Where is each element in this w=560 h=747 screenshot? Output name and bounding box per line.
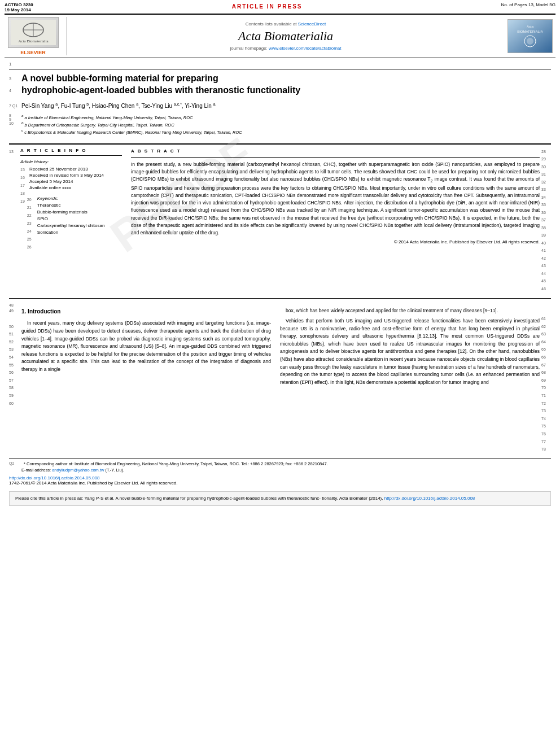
corresponding-author-note: * Corresponding author at: Institute of … bbox=[24, 461, 328, 466]
history-label: Article history: bbox=[20, 159, 122, 164]
doi-link-1[interactable]: http://dx.doi.org/10.1016/j.actbio.2014.… bbox=[9, 475, 551, 480]
keyword-5: Sonication bbox=[37, 229, 105, 236]
revised-date: Received in revised form 3 May 2014 bbox=[29, 172, 122, 178]
line-num-4: 4 bbox=[9, 85, 21, 97]
keyword-4: Carboxymethyl hexanoyl chitosan bbox=[37, 222, 105, 229]
footnote-section: Q2 * Corresponding author at: Institute … bbox=[9, 458, 551, 474]
intro-left-line-numbers: 49 5051525354 555657585960 bbox=[9, 307, 21, 453]
sciencedirect-link: Contents lists available at ScienceDirec… bbox=[71, 21, 500, 27]
email-section: E-mail address: andyliudpm@yahoo.com.tw … bbox=[21, 467, 551, 473]
svg-text:Acta Biomaterialia: Acta Biomaterialia bbox=[18, 39, 49, 43]
authors: Pei-Sin Yang a, Fu-I Tung b, Hsiao-Ping … bbox=[21, 102, 216, 109]
email-link[interactable]: andyliudpm@yahoo.com.tw bbox=[52, 468, 104, 473]
issn-copyright: 1742-7061/© 2014 Acta Materialia Inc. Pu… bbox=[9, 480, 551, 486]
abstract-heading: A B S T R A C T bbox=[131, 148, 540, 155]
citation-bar: Please cite this article in press as: Ya… bbox=[9, 491, 551, 506]
keywords-label: Keywords: bbox=[37, 196, 105, 201]
page-model-info: No. of Pages 13, Model 5G bbox=[501, 2, 555, 7]
cite-text-2: tionality. Acta Biomater (2014), bbox=[322, 496, 384, 501]
abstract-section: A B S T R A C T In the present study, a … bbox=[131, 148, 551, 293]
intro-right-text: box, which has been widely accepted and … bbox=[280, 307, 540, 315]
article-info-abstract: 13 A R T I C L E I N F O Article history… bbox=[9, 148, 551, 293]
line-num-3: 3 bbox=[9, 73, 21, 85]
article-info: 13 A R T I C L E I N F O Article history… bbox=[9, 148, 122, 293]
intro-right-text-2: Vehicles that perform both US imaging an… bbox=[280, 317, 540, 386]
elsevier-logo-box: Acta Biomaterialia ELSEVIER bbox=[5, 17, 67, 55]
doi-links: http://dx.doi.org/10.1016/j.actbio.2014.… bbox=[9, 475, 551, 486]
affiliation-a: a a Institute of Biomedical Engineering,… bbox=[21, 113, 242, 121]
main-content: 1 3 4 A novel bubble-forming material fo… bbox=[0, 58, 560, 509]
abstract-text: In the present study, a new bubble-formi… bbox=[131, 161, 540, 237]
available-date: Available online xxxx bbox=[29, 185, 122, 191]
line-num-q1: 7 Q1 bbox=[9, 102, 21, 110]
journal-homepage: journal homepage: www.elsevier.com/locat… bbox=[71, 46, 500, 51]
cite-text-1: Please cite this article in press as: Ya… bbox=[15, 496, 321, 501]
article-title-section: 3 4 A novel bubble-forming material for … bbox=[9, 73, 551, 100]
keyword-1: Theranostic bbox=[37, 202, 105, 209]
intro-heading: 1. Introduction bbox=[21, 307, 271, 316]
journal-logo-right: Acta BIOMATERIALIA bbox=[505, 19, 555, 53]
svg-point-9 bbox=[527, 38, 533, 45]
affiliations-section: 8910 a a Institute of Biomedical Enginee… bbox=[9, 113, 551, 140]
journal-center: Contents lists available at ScienceDirec… bbox=[71, 21, 500, 51]
svg-text:BIOMATERIALIA: BIOMATERIALIA bbox=[517, 30, 543, 33]
page-number: 1 bbox=[9, 62, 11, 67]
intro-left-text: In recent years, many drug delivery syst… bbox=[21, 320, 271, 373]
affiliation-b: b b Department of Orthopaedic Surgery, T… bbox=[21, 121, 242, 128]
article-id: ACTBIO 3230 19 May 2014 bbox=[5, 2, 33, 12]
keyword-3: SPIO bbox=[37, 216, 105, 222]
intro-body: 1. Introduction In recent years, many dr… bbox=[21, 307, 540, 453]
introduction-section: 49 5051525354 555657585960 1. Introducti… bbox=[9, 307, 551, 453]
keyword-2: Bubble-forming materials bbox=[37, 209, 105, 216]
article-in-press: ARTICLE IN PRESS bbox=[232, 2, 303, 10]
affiliation-c: c c Biophotonics & Molecular Imaging Res… bbox=[21, 128, 242, 136]
received-date: Received 25 November 2013 bbox=[29, 166, 122, 172]
svg-text:Acta: Acta bbox=[526, 25, 533, 28]
journal-logo-image: Acta BIOMATERIALIA bbox=[508, 19, 553, 53]
right-line-numbers: 2829303132 3334353637 3839404142 4344454… bbox=[540, 148, 551, 293]
authors-line: 7 Q1 Pei-Sin Yang a, Fu-I Tung b, Hsiao-… bbox=[9, 102, 551, 111]
intro-right-line-numbers: 6162636465 6667686970 7172737475 767778 bbox=[540, 307, 551, 453]
article-info-heading: A R T I C L E I N F O bbox=[20, 148, 122, 153]
keywords-section: 20212223242526 Keywords: Theranostic Bub… bbox=[20, 196, 122, 251]
cite-doi-link[interactable]: http://dx.doi.org/10.1016/j.actbio.2014.… bbox=[384, 496, 475, 501]
article-title: A novel bubble-forming material for prep… bbox=[21, 73, 300, 97]
journal-title: Acta Biomaterialia bbox=[71, 29, 500, 43]
intro-right-col: box, which has been widely accepted and … bbox=[280, 307, 540, 453]
top-header: ACTBIO 3230 19 May 2014 ARTICLE IN PRESS… bbox=[0, 0, 560, 14]
line-48-gap: 48 bbox=[9, 303, 551, 307]
journal-header: Acta Biomaterialia ELSEVIER Contents lis… bbox=[5, 14, 555, 58]
accepted-date: Accepted 5 May 2014 bbox=[29, 178, 122, 185]
intro-left-col: 1. Introduction In recent years, many dr… bbox=[21, 307, 271, 453]
elsevier-logo-image: Acta Biomaterialia bbox=[8, 17, 59, 48]
elsevier-wordmark: ELSEVIER bbox=[20, 50, 46, 55]
affiliations: a a Institute of Biomedical Engineering,… bbox=[21, 113, 242, 136]
abstract-copyright: © 2014 Acta Materialia Inc. Published by… bbox=[131, 239, 540, 246]
